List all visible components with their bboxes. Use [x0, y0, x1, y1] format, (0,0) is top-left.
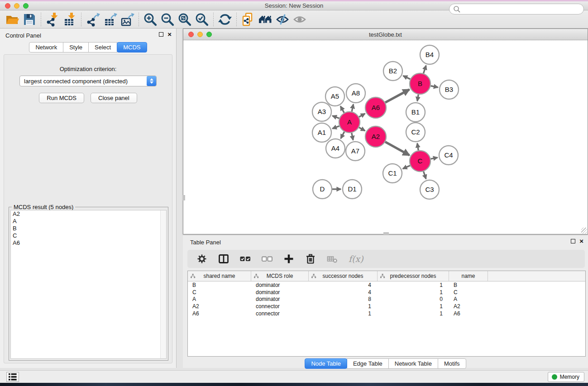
zoom-selected-button[interactable]	[193, 12, 210, 27]
trash-icon	[305, 253, 316, 264]
search-input[interactable]	[460, 5, 583, 14]
edge-A-A5	[340, 106, 344, 113]
node-label-A: A	[347, 118, 352, 126]
window-resize-grip[interactable]	[581, 228, 587, 234]
control-panel-header: Control Panel ×	[0, 29, 176, 42]
memory-button[interactable]: Memory	[548, 372, 584, 382]
node-label-A8: A8	[352, 89, 360, 97]
export-image-button[interactable]	[119, 12, 136, 27]
mcds-result-item[interactable]: B	[11, 225, 166, 232]
tab-mcds[interactable]: MCDS	[117, 42, 147, 52]
column-header-name[interactable]: name	[449, 271, 488, 281]
cell-MCDS-role: dominator	[251, 296, 309, 302]
task-history-button[interactable]	[6, 372, 19, 382]
edge-C-C1	[403, 166, 410, 169]
node-label-A3: A3	[318, 108, 326, 115]
open-file-button[interactable]	[4, 12, 21, 27]
tab-select[interactable]: Select	[88, 42, 117, 52]
zoom-fit-button[interactable]	[176, 12, 193, 27]
float-table-panel-icon[interactable]	[571, 239, 575, 243]
network-canvas[interactable]: B4B2BB3A8A5A6A3B1AC2A1A2A4A7C4CC1C3DD1	[183, 40, 588, 234]
home-icon	[258, 12, 272, 27]
delete-column-button[interactable]	[305, 253, 316, 264]
column-header-MCDS-role[interactable]: MCDS role	[251, 271, 309, 281]
home-button[interactable]	[257, 12, 274, 27]
mcds-result-title: MCDS result (5 nodes)	[12, 204, 75, 210]
function-builder-button[interactable]: f(x)	[349, 254, 363, 264]
mcds-result-item[interactable]: C	[11, 232, 166, 239]
show-graphics-button[interactable]	[291, 12, 308, 27]
table-body: Bdominator41BCdominator41CAdominator80AA…	[188, 281, 585, 317]
canvas-scroll-nub-left[interactable]	[183, 195, 185, 200]
mcds-result-item[interactable]: A	[11, 218, 166, 225]
node-label-B: B	[418, 80, 422, 87]
hide-panels-button[interactable]	[274, 12, 291, 27]
tree-icon	[254, 274, 259, 278]
add-column-button[interactable]	[283, 253, 294, 264]
tab-motifs[interactable]: Motifs	[438, 358, 466, 369]
zoom-out-button[interactable]	[159, 12, 176, 27]
network-window-titlebar[interactable]: testGlobe.txt	[183, 29, 588, 40]
cell-name: A	[449, 296, 488, 302]
cell-name: A6	[449, 310, 488, 317]
node-table: shared nameMCDS rolesuccessor nodesprede…	[187, 271, 586, 357]
criterion-select[interactable]: largest connected component (directed)	[19, 76, 157, 86]
edge-B-B1	[417, 95, 418, 101]
cell-name: C	[449, 289, 488, 295]
tab-edge-table[interactable]: Edge Table	[347, 358, 389, 369]
tab-network[interactable]: Network	[29, 42, 63, 52]
table-row[interactable]: Cdominator41C	[188, 289, 585, 296]
table-row[interactable]: A6connector11A6	[188, 310, 585, 317]
table-header-row: shared nameMCDS rolesuccessor nodesprede…	[188, 271, 585, 281]
deselect-all-button[interactable]	[262, 253, 272, 264]
column-header-shared-name[interactable]: shared name	[188, 271, 251, 281]
control-panel-tabs: NetworkStyleSelectMCDS	[0, 42, 176, 52]
mcds-result-item[interactable]: A6	[11, 239, 166, 247]
clone-network-button[interactable]	[239, 12, 257, 27]
table-panel-title: Table Panel	[190, 239, 221, 246]
column-header-predecessor-nodes[interactable]: predecessor nodes	[378, 271, 449, 281]
close-panel-icon[interactable]: ×	[167, 32, 172, 37]
mcds-result-item[interactable]: A2	[11, 210, 166, 218]
column-header-successor-nodes[interactable]: successor nodes	[309, 271, 378, 281]
canvas-scroll-nub-bottom[interactable]	[383, 232, 389, 234]
table-settings-button[interactable]	[196, 253, 207, 264]
cell-predecessor-nodes: 1	[378, 303, 449, 310]
list-scrollbar[interactable]	[160, 210, 166, 358]
refresh-button[interactable]	[216, 12, 234, 27]
tree-icon	[191, 274, 196, 278]
table-x-icon	[327, 253, 338, 264]
select-all-button[interactable]	[240, 253, 251, 264]
tab-style[interactable]: Style	[63, 42, 89, 52]
tab-node-table[interactable]: Node Table	[305, 358, 347, 369]
float-panel-icon[interactable]	[159, 32, 163, 37]
import-table-button[interactable]	[61, 12, 78, 27]
run-mcds-button[interactable]: Run MCDS	[39, 93, 84, 103]
open-icon	[5, 12, 19, 27]
node-label-B4: B4	[425, 51, 434, 58]
edge-B-B4	[423, 66, 426, 73]
table-toolbar: f(x)	[187, 250, 585, 268]
cell-shared-name: A	[188, 296, 251, 302]
close-table-panel-icon[interactable]: ×	[579, 239, 583, 243]
delete-table-button[interactable]	[327, 253, 338, 264]
table-row[interactable]: Adominator80A	[188, 295, 585, 303]
status-bar: Memory	[0, 370, 588, 383]
edge-A6-B	[385, 90, 409, 103]
export-network-button[interactable]	[84, 12, 101, 27]
export-table-button[interactable]	[101, 12, 119, 27]
close-panel-button[interactable]: Close panel	[91, 93, 137, 103]
zoom-in-button[interactable]	[142, 12, 159, 27]
table-row[interactable]: Bdominator41B	[188, 281, 585, 289]
import-network-button[interactable]	[44, 12, 61, 27]
edge-A-A2	[359, 128, 365, 131]
criterion-value: largest connected component (directed)	[20, 78, 147, 85]
cell-MCDS-role: connector	[251, 303, 309, 310]
show-columns-button[interactable]	[218, 253, 229, 264]
search-box[interactable]	[449, 4, 584, 14]
save-session-button[interactable]	[21, 12, 38, 27]
tab-network-table[interactable]: Network Table	[388, 358, 438, 369]
table-row[interactable]: A2connector11A2	[188, 303, 585, 310]
mcds-result-list[interactable]: A2ABCA6	[10, 210, 167, 359]
save-icon	[22, 12, 37, 27]
